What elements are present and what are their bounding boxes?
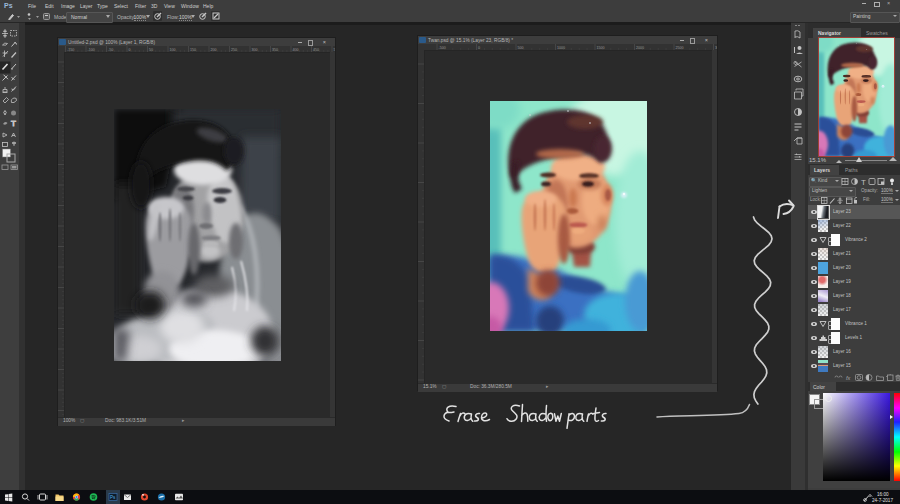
svg-text:Ps: Ps [110,495,116,500]
